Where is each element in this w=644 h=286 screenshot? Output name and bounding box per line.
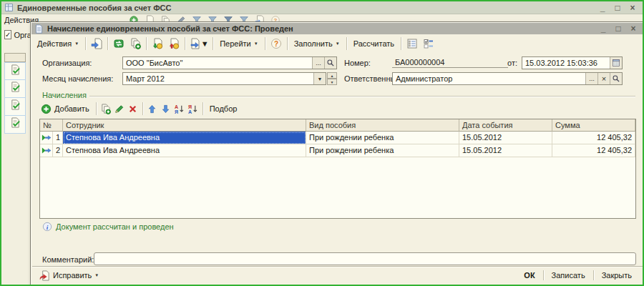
date-cell[interactable]: 15.05.2012 (459, 144, 552, 157)
chevron-down-icon: ▼ (318, 76, 323, 82)
outer-list-column-header[interactable] (4, 53, 26, 62)
date-cell[interactable]: 15.05.2012 (459, 132, 552, 144)
outer-window-controls: _ □ × (598, 4, 640, 12)
outer-list-item[interactable] (4, 62, 26, 80)
delete-row-button[interactable] (127, 102, 139, 116)
dialog-maximize-icon[interactable]: □ (614, 24, 623, 33)
month-dropdown-button[interactable]: ▼ (313, 73, 326, 84)
postings-button[interactable] (150, 36, 165, 51)
accruals-section-title: Начисления (42, 91, 87, 99)
month-combo[interactable]: Март 2012 ▼ (122, 72, 326, 85)
refresh-button[interactable] (112, 36, 126, 51)
toolbar-separator (287, 37, 288, 50)
amount-cell[interactable]: 12 405,32 (552, 144, 635, 157)
calendar-button[interactable] (610, 57, 622, 69)
number-value: БА000000004 (392, 56, 508, 68)
table-row[interactable]: 2 Степнова Ива Андреевна При рождении ре… (40, 144, 635, 157)
spin-down-icon[interactable]: ▼ (327, 79, 337, 85)
employee-cell[interactable]: Степнова Ива Андреевна (63, 132, 306, 144)
fix-button[interactable]: Исправить▼ (36, 269, 102, 282)
posted-document-icon (10, 64, 21, 75)
posted-document-icon (10, 117, 21, 128)
cancel-posting-button[interactable] (167, 36, 181, 51)
organization-field[interactable]: ООО "БисАвто" ... (122, 56, 337, 69)
responsible-clear-button[interactable]: × (597, 73, 610, 84)
copy-row-button[interactable] (100, 102, 112, 116)
benefit-cell[interactable]: При рождении ребенка (306, 144, 459, 157)
move-up-button[interactable] (147, 102, 158, 116)
dialog-close-icon[interactable]: × (629, 24, 638, 33)
post-document-icon (91, 38, 102, 49)
date-field[interactable]: 15.03.2012 15:03:36 (522, 56, 623, 69)
info-icon: i (42, 222, 52, 232)
fix-document-icon (39, 270, 50, 281)
sort-asc-button[interactable]: АЯ (174, 102, 185, 116)
outer-maximize-icon[interactable]: □ (613, 4, 622, 12)
pencil-icon (114, 104, 125, 114)
org-filter-checkbox[interactable]: ✓ (4, 30, 11, 39)
arrow-up-icon (147, 104, 157, 114)
dialog-toolbar: Действия▼ ▼ (32, 35, 643, 52)
toolbar-separator (265, 37, 265, 50)
amount-cell[interactable]: 12 405,32 (552, 132, 635, 144)
add-row-button[interactable]: Добавить (38, 102, 92, 116)
accruals-table-header: № Сотрудник Вид пособия Дата события Сум… (40, 119, 635, 132)
related-documents-button[interactable]: ▼ (189, 36, 209, 51)
actions-menu-button[interactable]: Действия▼ (34, 38, 82, 49)
post-document-button[interactable] (89, 36, 104, 51)
column-header-amount[interactable]: Сумма (552, 119, 635, 132)
add-icon (41, 104, 52, 114)
outer-list-item[interactable] (4, 98, 26, 116)
dialog-minimize-icon[interactable]: _ (599, 24, 608, 33)
comment-input[interactable] (94, 252, 636, 265)
outer-close-icon[interactable]: × (628, 4, 637, 12)
column-header-benefit[interactable]: Вид пособия (306, 119, 459, 132)
close-button[interactable]: Закрыть (595, 270, 638, 281)
move-down-button[interactable] (160, 102, 172, 116)
chevron-down-icon: ▼ (336, 41, 340, 46)
calculate-button[interactable]: Рассчитать (351, 38, 397, 49)
organization-ellipsis-button[interactable]: ... (312, 57, 324, 69)
responsible-field[interactable]: Администратор ... × (392, 72, 623, 85)
arrow-down-icon (160, 104, 171, 114)
responsible-open-button[interactable] (610, 73, 622, 84)
spin-up-icon[interactable]: ▲ (327, 72, 337, 79)
toolbar-separator (96, 102, 97, 115)
button-separator (543, 270, 544, 280)
save-button[interactable]: Записать (545, 270, 592, 281)
ok-button[interactable]: ОК (517, 270, 541, 281)
chevron-down-icon: ▼ (254, 41, 258, 46)
button-separator (593, 270, 594, 280)
edit-row-button[interactable] (114, 102, 125, 116)
responsible-ellipsis-button[interactable]: ... (585, 73, 597, 84)
outer-window-titlebar: Единовременные пособия за счет ФСС _ □ × (1, 1, 643, 14)
actions-menu-label: Действия (37, 39, 72, 48)
column-header-date[interactable]: Дата события (459, 119, 552, 132)
magnifier-icon (612, 74, 620, 83)
settings-flags-button[interactable] (421, 36, 436, 51)
row-marker-cell (40, 144, 53, 157)
fill-menu-button[interactable]: Заполнить▼ (291, 38, 343, 49)
employee-cell[interactable]: Степнова Ива Андреевна (63, 144, 306, 157)
fix-label: Исправить (53, 271, 92, 280)
benefit-cell[interactable]: При рождении ребенка (306, 132, 459, 144)
svg-text:Я: Я (175, 109, 178, 114)
toolbar-separator (401, 37, 401, 50)
copy-button[interactable] (128, 36, 142, 51)
outer-list-item[interactable] (4, 80, 26, 98)
check-icon: ✓ (5, 31, 11, 39)
column-header-num[interactable]: № (40, 119, 63, 132)
organization-open-button[interactable] (324, 57, 336, 69)
report-list-button[interactable] (405, 36, 419, 51)
calculate-label: Рассчитать (353, 39, 394, 48)
outer-list-item[interactable] (4, 116, 26, 134)
table-row[interactable]: 1 Степнова Ива Андреевна При рождении ре… (40, 132, 635, 144)
column-header-employee[interactable]: Сотрудник (63, 119, 306, 132)
outer-minimize-icon[interactable]: _ (598, 4, 607, 12)
sort-desc-button[interactable]: ЯА (187, 102, 199, 116)
pick-button[interactable]: Подбор (207, 103, 240, 114)
toolbar-separator (185, 37, 185, 50)
month-spinner[interactable]: ▲ ▼ (327, 72, 337, 85)
help-button[interactable]: ? (269, 36, 283, 51)
goto-menu-button[interactable]: Перейти▼ (217, 38, 261, 49)
